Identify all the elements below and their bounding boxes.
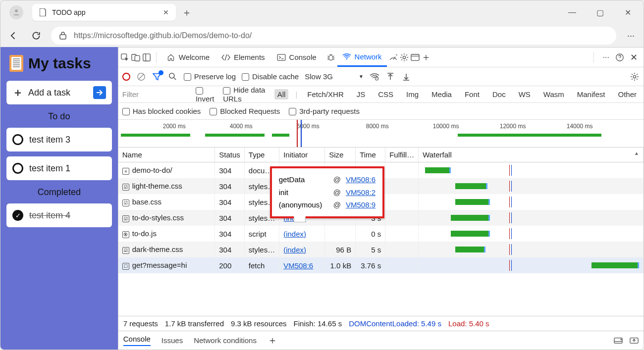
import-icon[interactable] xyxy=(385,72,395,82)
svg-rect-5 xyxy=(143,53,150,60)
timeline-overview[interactable]: 2000 ms 4000 ms 6000 ms 8000 ms 10000 ms… xyxy=(118,120,644,148)
task-item[interactable]: test item 1 xyxy=(6,156,112,180)
clear-icon[interactable] xyxy=(136,72,146,82)
requests-table[interactable]: Name Status Type Initiator Size Time Ful… xyxy=(118,148,644,316)
svg-rect-7 xyxy=(277,54,285,60)
stack-link[interactable]: VM508:9 xyxy=(346,199,376,211)
svg-point-21 xyxy=(633,75,636,78)
stack-link[interactable]: VM508:2 xyxy=(346,186,376,199)
plus-icon[interactable]: ＋ xyxy=(422,53,430,62)
activity-bar-icon[interactable] xyxy=(142,53,151,62)
blocked-cookies-checkbox[interactable]: Has blocked cookies xyxy=(122,107,201,116)
lock-icon xyxy=(59,31,67,40)
maximize-icon[interactable]: ▢ xyxy=(592,8,608,17)
filter-type[interactable]: CSS xyxy=(375,89,396,100)
svg-rect-1 xyxy=(60,35,66,39)
window-controls: — ▢ ✕ xyxy=(564,8,640,17)
profile-avatar[interactable] xyxy=(9,5,23,19)
task-label: test item 1 xyxy=(29,163,70,174)
task-label: test item 4 xyxy=(29,210,70,221)
table-row[interactable]: ⦿to-do.js304script(index)0 s xyxy=(118,226,644,242)
browser-menu-icon[interactable]: ··· xyxy=(623,31,639,41)
close-devtools-icon[interactable]: ✕ xyxy=(630,52,638,63)
filter-type[interactable]: Fetch/XHR xyxy=(304,89,346,100)
refresh-button[interactable] xyxy=(28,28,44,44)
drawer-tab-issues[interactable]: Issues xyxy=(161,336,183,345)
filter-type[interactable]: WS xyxy=(516,89,534,100)
filter-type-all[interactable]: All xyxy=(274,89,289,100)
filter-type[interactable]: Manifest xyxy=(574,89,608,100)
filter-type[interactable]: Wasm xyxy=(540,89,567,100)
drawer-dock-icon[interactable] xyxy=(614,337,623,344)
drawer-add-icon[interactable]: ＋ xyxy=(268,334,277,347)
blocked-requests-checkbox[interactable]: Blocked Requests xyxy=(210,107,280,116)
task-item-completed[interactable]: ✓ test item 4 xyxy=(6,203,112,227)
search-icon[interactable] xyxy=(168,72,178,82)
new-tab-button[interactable]: ＋ xyxy=(182,6,192,19)
preserve-log-checkbox[interactable]: Preserve log xyxy=(184,72,236,81)
network-filterbar-extra: Has blocked cookies Blocked Requests 3rd… xyxy=(118,103,644,120)
tab-console[interactable]: Console xyxy=(272,48,322,67)
filter-type[interactable]: Media xyxy=(429,89,455,100)
task-label: test item 3 xyxy=(29,135,70,145)
throttling-select[interactable]: Slow 3G▼ xyxy=(305,72,364,81)
task-item[interactable]: test item 3 xyxy=(6,128,112,151)
filter-input[interactable]: Filter xyxy=(122,90,189,99)
svg-point-16 xyxy=(169,73,174,78)
filter-type[interactable]: JS xyxy=(354,89,369,100)
checkbox-empty-icon[interactable] xyxy=(12,163,23,174)
devtools-drawer: Console Issues Network conditions ＋ xyxy=(118,331,644,350)
caret-down-icon: ▼ xyxy=(359,74,364,79)
browser-tab[interactable]: TODO app ✕ xyxy=(32,4,176,21)
devtools-tabstrip: Welcome Elements Console Network ＋ ··· ✕ xyxy=(118,48,644,67)
svg-point-9 xyxy=(346,58,347,59)
network-settings-icon[interactable] xyxy=(630,72,640,82)
minimize-icon[interactable]: — xyxy=(564,8,580,17)
tab-elements[interactable]: Elements xyxy=(216,48,270,67)
drawer-expand-icon[interactable] xyxy=(630,337,639,344)
drawer-tab-console[interactable]: Console xyxy=(123,335,151,346)
tab-network[interactable]: Network xyxy=(337,48,387,67)
initiator-tooltip: getData@VM508:6 init@VM508:2 (anonymous)… xyxy=(270,166,384,218)
filter-type[interactable]: Doc xyxy=(489,89,509,100)
table-header-row: Name Status Type Initiator Size Time Ful… xyxy=(118,148,644,162)
filter-icon[interactable] xyxy=(152,72,162,82)
export-icon[interactable] xyxy=(401,72,411,82)
table-row[interactable]: ☑dark-theme.css304styles…(index)96 B5 s xyxy=(118,242,644,257)
device-toggle-icon[interactable] xyxy=(131,53,140,62)
devtools-panel: Welcome Elements Console Network ＋ ··· ✕… xyxy=(118,47,644,350)
stack-link[interactable]: VM508:6 xyxy=(346,173,376,186)
close-tab-icon[interactable]: ✕ xyxy=(163,8,169,16)
tab-welcome[interactable]: Welcome xyxy=(161,48,215,67)
submit-task-button[interactable] xyxy=(93,86,106,99)
performance-icon[interactable] xyxy=(389,53,398,62)
third-party-checkbox[interactable]: 3rd-party requests xyxy=(289,107,360,116)
table-row[interactable]: ☐get?message=hi200fetchVM508:61.0 kB3.76… xyxy=(118,257,644,273)
svg-rect-11 xyxy=(411,54,419,60)
svg-line-15 xyxy=(138,74,144,79)
disable-cache-checkbox[interactable]: Disable cache xyxy=(242,72,299,81)
network-conditions-icon[interactable] xyxy=(370,72,379,82)
invert-checkbox[interactable]: Invert xyxy=(196,86,216,103)
add-task-input[interactable]: ＋ Add a task xyxy=(6,81,112,104)
more-tools-icon[interactable]: ··· xyxy=(603,53,609,62)
checkbox-checked-icon[interactable]: ✓ xyxy=(12,210,23,221)
hide-data-urls-checkbox[interactable]: Hide data URLs xyxy=(223,86,268,103)
back-button[interactable] xyxy=(5,28,21,44)
inspect-icon[interactable] xyxy=(120,53,129,62)
help-icon[interactable] xyxy=(615,53,624,62)
person-icon xyxy=(12,8,21,17)
home-icon xyxy=(166,53,175,62)
record-button[interactable] xyxy=(122,73,130,81)
filter-type[interactable]: Img xyxy=(403,89,422,100)
gear-icon[interactable] xyxy=(400,53,409,62)
drawer-tab-network-conditions[interactable]: Network conditions xyxy=(194,336,257,345)
address-bar[interactable]: https://microsoftedge.github.io/Demos/de… xyxy=(51,27,616,45)
checkbox-empty-icon[interactable] xyxy=(12,134,23,145)
bug-icon[interactable] xyxy=(326,53,335,62)
console-icon xyxy=(277,53,286,62)
close-window-icon[interactable]: ✕ xyxy=(620,8,636,17)
application-icon[interactable] xyxy=(411,53,420,62)
filter-type[interactable]: Font xyxy=(462,89,483,100)
filter-type[interactable]: Other xyxy=(615,89,640,100)
